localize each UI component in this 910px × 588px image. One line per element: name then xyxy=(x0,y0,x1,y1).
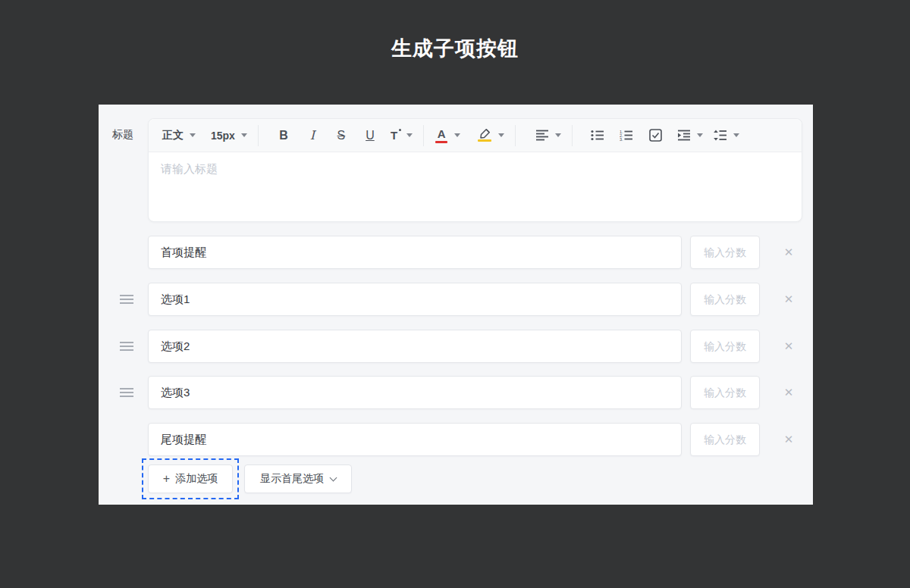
form-panel: 标题 正文 15px B I S U T xyxy=(99,105,813,505)
caret-down-icon xyxy=(498,133,504,137)
remove-option-icon[interactable]: ✕ xyxy=(777,236,800,269)
show-range-label: 显示首尾选项 xyxy=(260,472,324,486)
drag-handle-icon[interactable] xyxy=(120,386,135,399)
option-text-input[interactable] xyxy=(148,330,682,363)
font-color-icon: A xyxy=(435,127,448,143)
score-input[interactable] xyxy=(690,283,760,316)
svg-text:3.: 3. xyxy=(620,137,623,141)
italic-button[interactable]: I xyxy=(298,128,327,142)
caret-down-icon xyxy=(555,133,561,137)
rich-text-editor: 正文 15px B I S U T A xyxy=(148,118,802,222)
toolbar-separator xyxy=(572,125,573,146)
ordered-list-button[interactable]: 1. 2. 3. xyxy=(612,130,641,141)
strikethrough-button[interactable]: S xyxy=(327,129,356,142)
remove-option-icon[interactable]: ✕ xyxy=(777,330,800,363)
remove-option-icon[interactable]: ✕ xyxy=(777,283,800,316)
show-range-button[interactable]: 显示首尾选项 xyxy=(244,464,352,493)
toolbar-separator xyxy=(423,125,424,146)
font-size-select[interactable]: 15px xyxy=(211,130,247,142)
superscript-subscript-button[interactable]: T xyxy=(391,129,413,142)
checklist-button[interactable] xyxy=(641,129,670,142)
option-text-input[interactable] xyxy=(148,376,682,409)
option-text-input[interactable] xyxy=(148,236,682,269)
indent-button[interactable] xyxy=(677,130,703,141)
remove-option-icon[interactable]: ✕ xyxy=(777,423,800,456)
option-text-input[interactable] xyxy=(148,283,682,316)
highlight-color-button[interactable] xyxy=(477,129,504,142)
option-row: ✕ xyxy=(99,330,813,363)
title-placeholder: 请输入标题 xyxy=(161,162,218,175)
add-option-button[interactable]: + 添加选项 xyxy=(148,464,233,493)
title-field-label: 标题 xyxy=(112,128,133,142)
line-spacing-icon xyxy=(714,130,727,141)
align-left-icon xyxy=(535,130,549,141)
option-row: ✕ xyxy=(99,283,813,316)
bullet-list-button[interactable] xyxy=(583,130,612,141)
option-row-last: ✕ xyxy=(99,423,813,456)
drag-handle-icon[interactable] xyxy=(120,339,135,353)
page: 生成子项按钮 标题 正文 15px B I S U T xyxy=(0,0,910,588)
align-button[interactable] xyxy=(535,130,561,141)
chevron-down-icon xyxy=(330,474,337,481)
caret-down-icon xyxy=(733,133,739,137)
drag-handle-icon[interactable] xyxy=(120,292,135,306)
score-input[interactable] xyxy=(690,330,760,363)
title-editor-area[interactable]: 请输入标题 xyxy=(149,152,802,186)
toolbar-separator xyxy=(515,125,516,146)
caret-down-icon xyxy=(406,133,413,137)
caret-down-icon xyxy=(454,133,460,137)
paragraph-style-select[interactable]: 正文 xyxy=(162,129,196,142)
highlighter-icon xyxy=(477,129,492,142)
score-input[interactable] xyxy=(690,236,760,269)
score-input[interactable] xyxy=(690,423,760,456)
caret-down-icon xyxy=(190,133,196,137)
toolbar-separator xyxy=(258,125,259,146)
underline-button[interactable]: U xyxy=(356,129,384,142)
remove-option-icon[interactable]: ✕ xyxy=(777,376,800,409)
line-spacing-button[interactable] xyxy=(714,130,739,141)
caret-down-icon xyxy=(697,133,703,137)
plus-icon: + xyxy=(163,472,170,486)
score-input[interactable] xyxy=(690,376,760,409)
page-title: 生成子项按钮 xyxy=(0,35,910,62)
indent-icon xyxy=(677,130,691,141)
add-option-label: 添加选项 xyxy=(175,472,218,486)
bold-button[interactable]: B xyxy=(269,129,298,142)
font-color-button[interactable]: A xyxy=(435,127,460,143)
option-row: ✕ xyxy=(99,376,813,409)
editor-toolbar: 正文 15px B I S U T A xyxy=(149,119,802,152)
option-row-first: ✕ xyxy=(99,236,813,269)
option-text-input[interactable] xyxy=(148,423,682,456)
caret-down-icon xyxy=(241,133,247,137)
